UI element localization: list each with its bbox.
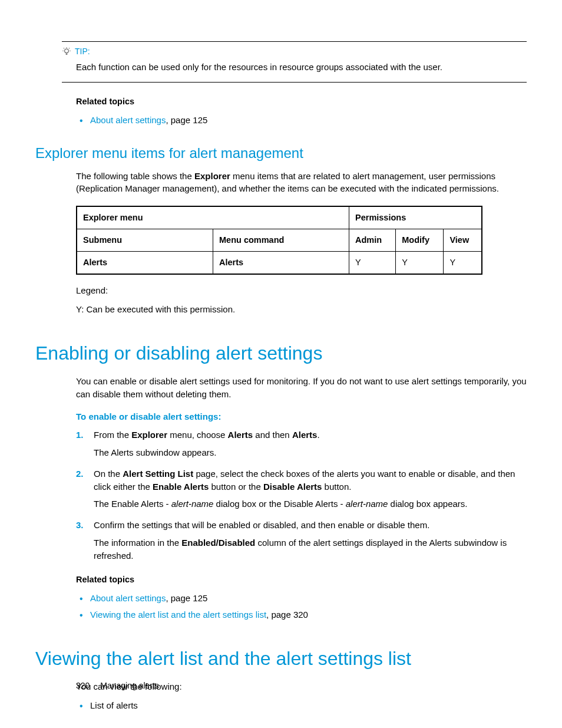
text-bold: Alerts <box>228 430 253 440</box>
heading-enabling-disabling: Enabling or disabling alert settings <box>35 340 527 367</box>
th-menu-command: Menu command <box>213 229 349 252</box>
procedure-steps: From the Explorer menu, choose Alerts an… <box>76 429 527 562</box>
text-bold: Disable Alerts <box>263 482 322 492</box>
explorer-intro: The following table shows the Explorer m… <box>76 170 527 196</box>
text: On the <box>94 469 123 479</box>
related-topic-rest: , page 125 <box>166 593 207 603</box>
tip-label: TIP: <box>75 45 90 57</box>
related-topics-heading: Related topics <box>76 95 527 108</box>
td-submenu: Alerts <box>77 252 213 275</box>
related-topic-item: About alert settings, page 125 <box>76 114 527 127</box>
tip-body: Each function can be used only for the r… <box>76 61 527 74</box>
chapter-title: Managing alerts <box>100 681 159 690</box>
link-about-alert-settings[interactable]: About alert settings <box>90 115 166 125</box>
tip-heading: TIP: <box>62 45 527 57</box>
legend-text: Y: Can be executed with this permission. <box>76 303 527 316</box>
text: dialog box appears. <box>388 499 467 509</box>
text-bold: Alerts <box>292 430 318 440</box>
related-topics-1: Related topics About alert settings, pag… <box>76 95 527 127</box>
svg-point-0 <box>65 49 69 53</box>
text: dialog box or the Disable Alerts - <box>213 499 345 509</box>
legend-label: Legend: <box>76 284 527 297</box>
th-permissions: Permissions <box>349 206 482 229</box>
step-1: From the Explorer menu, choose Alerts an… <box>76 429 527 459</box>
th-view: View <box>444 229 482 252</box>
text: The information in the <box>94 538 181 548</box>
heading-viewing-alert-list: Viewing the alert list and the alert set… <box>35 645 527 672</box>
related-topics-heading-2: Related topics <box>76 574 527 586</box>
text: The Enable Alerts - <box>94 499 171 509</box>
page-number: 320 <box>76 681 90 690</box>
table-header-row-1: Explorer menu Permissions <box>77 206 482 229</box>
text: . <box>317 430 319 440</box>
th-modify: Modify <box>396 229 444 252</box>
text-bold: Explorer <box>131 430 167 440</box>
text-bold: Explorer <box>194 171 230 181</box>
related-topic-rest: , page 320 <box>266 610 308 620</box>
view-list-item: List of alerts <box>76 699 527 712</box>
tip-block: TIP: Each function can be used only for … <box>62 41 527 83</box>
related-topic-item: Viewing the alert list and the alert set… <box>76 608 527 621</box>
table-row: Alerts Alerts Y Y Y <box>77 252 482 275</box>
related-topic-item: About alert settings, page 125 <box>76 592 527 605</box>
page-footer: 320 Managing alerts <box>76 680 159 691</box>
text-italic: alert-name <box>346 499 388 509</box>
svg-line-4 <box>64 48 64 48</box>
table-legend: Legend: Y: Can be executed with this per… <box>76 284 527 316</box>
step-3: Confirm the settings that will be enable… <box>76 519 527 562</box>
text: From the <box>94 430 131 440</box>
link-about-alert-settings-2[interactable]: About alert settings <box>90 593 166 603</box>
lightbulb-icon <box>62 47 71 56</box>
text: and then <box>253 430 292 440</box>
heading-explorer-menu-items: Explorer menu items for alert management <box>35 143 527 164</box>
text-bold: Enable Alerts <box>153 482 209 492</box>
text-bold: Enabled/Disabled <box>181 538 255 548</box>
permissions-table: Explorer menu Permissions Submenu Menu c… <box>76 206 482 275</box>
td-view: Y <box>444 252 482 275</box>
td-menu-command: Alerts <box>213 252 349 275</box>
text: The following table shows the <box>76 171 194 181</box>
step-2-result: The Enable Alerts - alert-name dialog bo… <box>94 498 527 510</box>
related-topic-rest: , page 125 <box>166 115 207 125</box>
procedure-heading: To enable or disable alert settings: <box>76 410 527 423</box>
page: TIP: Each function can be used only for … <box>0 0 562 728</box>
view-list: List of alerts <box>76 699 527 712</box>
th-submenu: Submenu <box>77 229 213 252</box>
text: menu, choose <box>167 430 228 440</box>
td-modify: Y <box>396 252 444 275</box>
step-2: On the Alert Setting List page, select t… <box>76 467 527 510</box>
table-header-row-2: Submenu Menu command Admin Modify View <box>77 229 482 252</box>
step-1-result: The Alerts subwindow appears. <box>94 446 527 459</box>
enable-intro: You can enable or disable alert settings… <box>76 375 527 401</box>
step-3-result: The information in the Enabled/Disabled … <box>94 536 527 562</box>
text-italic: alert-name <box>171 499 214 509</box>
text: button. <box>322 482 351 492</box>
enable-section-body: You can enable or disable alert settings… <box>76 375 527 621</box>
text: button or the <box>209 482 263 492</box>
th-explorer-menu: Explorer menu <box>77 206 349 229</box>
text-bold: Alert Setting List <box>123 469 193 479</box>
related-topics-list-2: About alert settings, page 125 Viewing t… <box>76 592 527 621</box>
td-admin: Y <box>349 252 396 275</box>
text: Confirm the settings that will be enable… <box>94 520 429 530</box>
link-viewing-alert-list[interactable]: Viewing the alert list and the alert set… <box>90 610 266 620</box>
th-admin: Admin <box>349 229 396 252</box>
related-topics-list: About alert settings, page 125 <box>76 114 527 127</box>
svg-line-5 <box>69 48 70 48</box>
